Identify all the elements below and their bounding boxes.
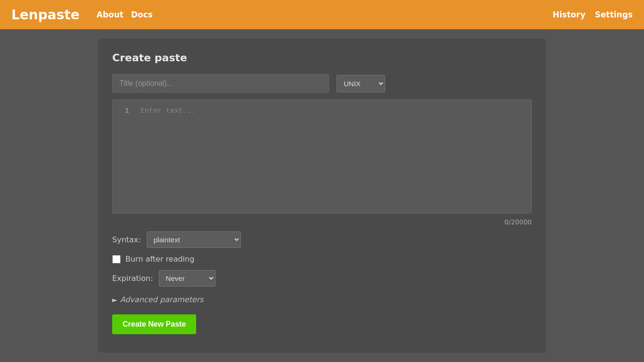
syntax-select[interactable]: plaintext bash c cpp css go html javascr… bbox=[147, 231, 241, 248]
advanced-row[interactable]: ► Advanced parameters bbox=[112, 295, 532, 304]
char-count: 0/20000 bbox=[504, 218, 532, 226]
navbar: Lenpaste About Docs History Settings bbox=[0, 0, 644, 29]
syntax-label: Syntax: bbox=[112, 235, 141, 244]
page-title: Create paste bbox=[112, 52, 532, 64]
page-wrapper: Create paste UNIX Windows Mac 1 0/20000 … bbox=[0, 29, 644, 362]
expiration-row: Expiration: Never 1 Hour 1 Day 1 Week 1 … bbox=[112, 270, 532, 287]
burn-row: Burn after reading bbox=[112, 255, 532, 263]
expiration-label: Expiration: bbox=[112, 274, 153, 283]
settings-link[interactable]: Settings bbox=[595, 10, 633, 19]
syntax-row: Syntax: plaintext bash c cpp css go html… bbox=[112, 231, 532, 248]
line-ending-select[interactable]: UNIX Windows Mac bbox=[337, 75, 385, 92]
advanced-label: Advanced parameters bbox=[120, 295, 204, 304]
nav-logo[interactable]: Lenpaste bbox=[11, 7, 80, 23]
expiration-select[interactable]: Never 1 Hour 1 Day 1 Week 1 Month 1 Year bbox=[159, 270, 215, 287]
title-row: UNIX Windows Mac bbox=[112, 74, 532, 93]
title-input[interactable] bbox=[112, 74, 329, 93]
editor-wrapper: 1 bbox=[112, 99, 532, 214]
history-link[interactable]: History bbox=[553, 10, 585, 19]
nav-right: History Settings bbox=[553, 10, 633, 19]
nav-left: Lenpaste About Docs bbox=[11, 7, 553, 23]
editor-textarea[interactable] bbox=[134, 100, 531, 213]
line-number-1: 1 bbox=[125, 107, 129, 115]
char-count-row: 0/20000 bbox=[112, 218, 532, 226]
content-box: Create paste UNIX Windows Mac 1 0/20000 … bbox=[98, 39, 546, 353]
burn-label: Burn after reading bbox=[125, 255, 194, 263]
burn-checkbox[interactable] bbox=[112, 255, 121, 263]
line-numbers: 1 bbox=[113, 100, 134, 213]
create-paste-button[interactable]: Create New Paste bbox=[112, 314, 196, 334]
about-link[interactable]: About bbox=[97, 10, 124, 19]
advanced-arrow: ► bbox=[112, 296, 117, 304]
docs-link[interactable]: Docs bbox=[131, 10, 153, 19]
